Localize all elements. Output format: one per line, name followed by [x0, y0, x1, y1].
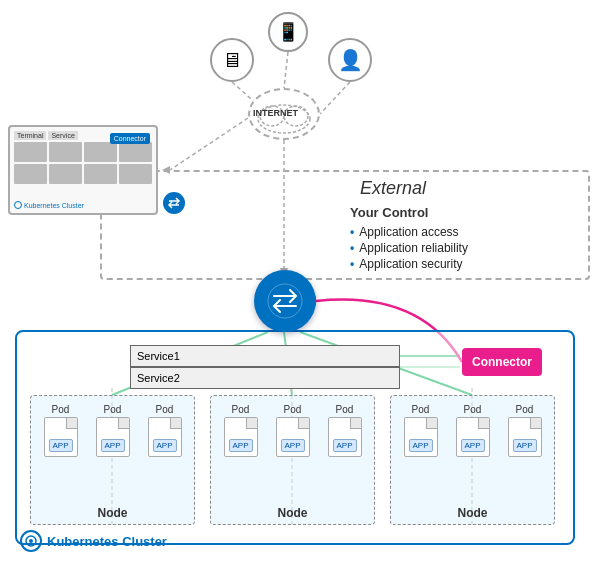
svg-line-2 [320, 82, 350, 114]
pod-item-3-3: Pod APP [503, 404, 547, 457]
pod-label-1-3: Pod [156, 404, 174, 415]
pod-app-2-2: APP [280, 439, 304, 452]
hub-circle [254, 270, 316, 332]
your-control-section: Your Control Application access Applicat… [350, 205, 468, 272]
pod-item-2-2: Pod APP [271, 404, 315, 457]
pod-page-2-2: APP [276, 417, 310, 457]
pod-app-3-3: APP [512, 439, 536, 452]
node3-label: Node [391, 506, 554, 520]
lp-cell-1 [14, 142, 47, 162]
pod-page-2-1: APP [224, 417, 258, 457]
pod-app-1-1: APP [48, 439, 72, 452]
service1-bar: Service1 [130, 345, 400, 367]
device-phone: 📱 [268, 12, 308, 52]
lp-item-terminal: Terminal [14, 131, 46, 140]
pod-page-3-2: APP [456, 417, 490, 457]
lp-cell-6 [49, 164, 82, 184]
your-control-title: Your Control [350, 205, 468, 220]
external-border [100, 170, 590, 280]
control-item-security: Application security [350, 256, 468, 272]
pod-app-3-2: APP [460, 439, 484, 452]
pod-item-2-1: Pod APP [219, 404, 263, 457]
pod-item-1-1: Pod APP [39, 404, 83, 457]
lp-cell-7 [84, 164, 117, 184]
service2-bar: Service2 [130, 367, 400, 389]
lp-cell-4 [119, 142, 152, 162]
pod-label-2-2: Pod [284, 404, 302, 415]
pod-label-1-2: Pod [104, 404, 122, 415]
pod-app-1-3: APP [152, 439, 176, 452]
pod-label-3-2: Pod [464, 404, 482, 415]
control-item-access: Application access [350, 224, 468, 240]
pod-item-2-3: Pod APP [323, 404, 367, 457]
lp-k8s-text: Kubernetes Cluster [24, 202, 84, 209]
lp-cell-2 [49, 142, 82, 162]
pod-page-1-1: APP [44, 417, 78, 457]
pod-item-1-2: Pod APP [91, 404, 135, 457]
svg-line-5 [170, 118, 248, 170]
pod-label-2-3: Pod [336, 404, 354, 415]
pod-label-3-3: Pod [516, 404, 534, 415]
k8s-cluster-label: Kubernetes Cluster [20, 530, 167, 552]
external-label: External [360, 178, 426, 199]
svg-line-1 [284, 52, 288, 88]
exchange-icon-left [163, 192, 185, 214]
control-item-reliability: Application reliability [350, 240, 468, 256]
diagram: 🖥 📱 👤 INTERNET External Your Control App… [0, 0, 600, 569]
k8s-icon [20, 530, 42, 552]
lp-grid [14, 142, 152, 184]
lp-cell-5 [14, 164, 47, 184]
node3-pods: Pod APP Pod APP Pod APP [396, 404, 549, 457]
lp-cell-8 [119, 164, 152, 184]
node1-label: Node [31, 506, 194, 520]
k8s-text: Kubernetes Cluster [47, 534, 167, 549]
lp-connect-button[interactable]: Connector [110, 133, 150, 144]
pod-page-1-2: APP [96, 417, 130, 457]
left-panel: Terminal Service Connector Kubernetes Cl… [8, 125, 158, 215]
pod-app-3-1: APP [408, 439, 432, 452]
pod-item-1-3: Pod APP [143, 404, 187, 457]
svg-point-19 [268, 284, 302, 318]
pod-page-3-1: APP [404, 417, 438, 457]
pod-label-2-1: Pod [232, 404, 250, 415]
pod-label-1-1: Pod [52, 404, 70, 415]
node2-pods: Pod APP Pod APP Pod APP [216, 404, 369, 457]
pod-item-3-1: Pod APP [399, 404, 443, 457]
connector-label: Connector [472, 355, 532, 369]
pod-item-3-2: Pod APP [451, 404, 495, 457]
node1-box: Pod APP Pod APP Pod APP Node [30, 395, 195, 525]
pod-page-3-3: APP [508, 417, 542, 457]
node1-pods: Pod APP Pod APP Pod APP [36, 404, 189, 457]
node2-box: Pod APP Pod APP Pod APP Node [210, 395, 375, 525]
lp-item-service: Service [48, 131, 77, 140]
pod-app-2-3: APP [332, 439, 356, 452]
connector-button[interactable]: Connector [462, 348, 542, 376]
pod-page-1-3: APP [148, 417, 182, 457]
pod-page-2-3: APP [328, 417, 362, 457]
service1-label: Service1 [137, 350, 180, 362]
internet-label: INTERNET [253, 108, 298, 118]
lp-cell-3 [84, 142, 117, 162]
lp-k8s-label: Kubernetes Cluster [14, 201, 84, 209]
svg-point-21 [29, 539, 33, 543]
node2-label: Node [211, 506, 374, 520]
device-person: 👤 [328, 38, 372, 82]
pod-app-2-1: APP [228, 439, 252, 452]
device-laptop: 🖥 [210, 38, 254, 82]
node3-box: Pod APP Pod APP Pod APP Node [390, 395, 555, 525]
pod-app-1-2: APP [100, 439, 124, 452]
lp-k8s-dot [14, 201, 22, 209]
your-control-list: Application access Application reliabili… [350, 224, 468, 272]
pod-label-3-1: Pod [412, 404, 430, 415]
service2-label: Service2 [137, 372, 180, 384]
